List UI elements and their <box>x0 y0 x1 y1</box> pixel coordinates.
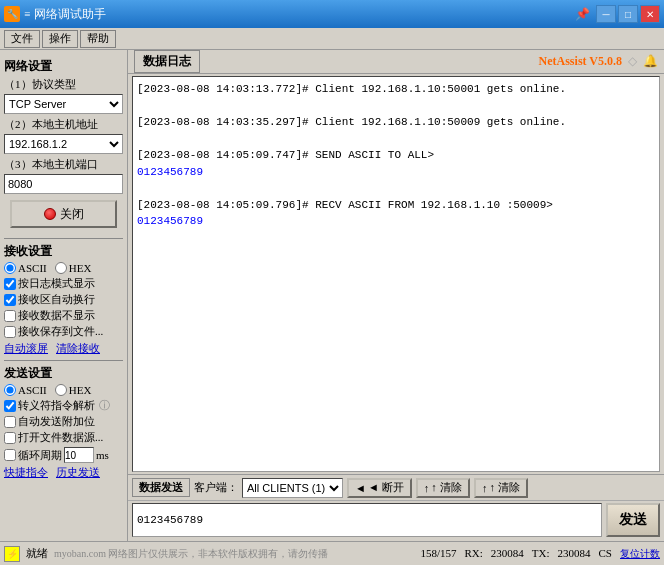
client-label: 客户端： <box>194 480 238 495</box>
toolbar-file-button[interactable]: 文件 <box>4 30 40 48</box>
rx-value: 230084 <box>491 547 524 561</box>
recv-save-check[interactable] <box>4 326 16 338</box>
toolbar-help-button[interactable]: 帮助 <box>80 30 116 48</box>
recv-hex-label[interactable]: HEX <box>55 262 92 274</box>
send-hex-label[interactable]: HEX <box>55 384 92 396</box>
protocol-label: （1）协议类型 <box>4 77 123 92</box>
send-input[interactable] <box>132 503 602 537</box>
clear-button[interactable]: ↑ ↑ 清除 <box>416 478 470 498</box>
title-bar-controls: 📌 ─ □ ✕ <box>575 5 660 23</box>
log-area[interactable]: [2023-08-08 14:03:13.772]# Client 192.16… <box>132 76 660 472</box>
disconnect-button[interactable]: ◄ ◄ 断开 <box>347 478 412 498</box>
recv-auto-check[interactable] <box>4 294 16 306</box>
clear-up-icon: ↑ <box>424 482 430 494</box>
log-entry-2: [2023-08-08 14:05:09.747]# SEND ASCII TO… <box>137 147 655 164</box>
status-info: 158/157 RX: 230084 TX: 230084 CS 复位计数 <box>420 547 660 561</box>
send-open-file-check[interactable] <box>4 432 16 444</box>
recv-save-label[interactable]: 接收保存到文件... <box>4 324 123 339</box>
client-select[interactable]: All CLIENTS (1) <box>242 478 343 498</box>
send-ascii-radio[interactable] <box>4 384 16 396</box>
cycle-row: 循环周期 ms <box>4 447 123 463</box>
recv-log-check[interactable] <box>4 278 16 290</box>
send-area: 数据发送 客户端： All CLIENTS (1) ◄ ◄ 断开 ↑ ↑ 清除 … <box>128 474 664 541</box>
version-label: NetAssist V5.0.8 <box>539 54 622 69</box>
title-bar: 🔧 ≡ 网络调试助手 📌 ─ □ ✕ <box>0 0 664 28</box>
close-btn-label: 关闭 <box>60 206 84 223</box>
port-label: （3）本地主机端口 <box>4 157 123 172</box>
send-auto-crlf-label[interactable]: 自动发送附加位 <box>4 414 123 429</box>
recv-log-label[interactable]: 按日志模式显示 <box>4 276 123 291</box>
toolbar: 文件 操作 帮助 <box>0 28 664 50</box>
send-section-title: 发送设置 <box>4 365 123 382</box>
send-hex-radio[interactable] <box>55 384 67 396</box>
red-dot-icon <box>44 208 56 220</box>
log-entry-4: [2023-08-08 14:05:09.796]# RECV ASCII FR… <box>137 197 655 214</box>
pin-icon: 📌 <box>575 7 590 22</box>
log-tab[interactable]: 数据日志 <box>134 50 200 73</box>
diamond-icon: ◇ <box>628 54 637 69</box>
recv-no-display-check[interactable] <box>4 310 16 322</box>
reset-count-link[interactable]: 复位计数 <box>620 547 660 561</box>
bell-icon: 🔔 <box>643 54 658 69</box>
history-link[interactable]: 历史发送 <box>56 465 100 480</box>
title-bar-title: 网络调试助手 <box>34 6 106 23</box>
status-bar: ⚡ 就绪 myoban.com 网络图片仅供展示，非本软件版权拥有，请勿传播 1… <box>0 541 664 565</box>
toolbar-operate-button[interactable]: 操作 <box>42 30 78 48</box>
recv-ascii-label[interactable]: ASCII <box>4 262 47 274</box>
send-button[interactable]: 发送 <box>606 503 660 537</box>
left-panel: 网络设置 （1）协议类型 TCP Server （2）本地主机地址 192.16… <box>0 50 128 541</box>
recv-ascii-radio[interactable] <box>4 262 16 274</box>
disconnect-icon: ◄ <box>355 482 366 494</box>
auto-scroll-link[interactable]: 自动滚屏 <box>4 341 48 356</box>
recv-format-group: ASCII HEX <box>4 262 123 274</box>
recv-hex-radio[interactable] <box>55 262 67 274</box>
send-input-row: 发送 <box>128 501 664 541</box>
send-escape-label[interactable]: 转义符指令解析 ⓘ <box>4 398 123 413</box>
host-select[interactable]: 192.168.1.2 <box>4 134 123 154</box>
info-icon: ⓘ <box>99 398 110 413</box>
cycle-input[interactable] <box>64 447 94 463</box>
status-icon: ⚡ <box>4 546 20 562</box>
status-text: 就绪 <box>26 546 48 561</box>
tx-value: 230084 <box>558 547 591 561</box>
port-input[interactable] <box>4 174 123 194</box>
data-send-tab[interactable]: 数据发送 <box>132 478 190 497</box>
host-label: （2）本地主机地址 <box>4 117 123 132</box>
maximize-button[interactable]: □ <box>618 5 638 23</box>
title-bar-menu: ≡ <box>24 8 30 20</box>
send-auto-crlf-check[interactable] <box>4 416 16 428</box>
network-section-title: 网络设置 <box>4 58 123 75</box>
clear-recv-link[interactable]: 清除接收 <box>56 341 100 356</box>
rx-label: RX: <box>464 547 482 561</box>
send-links: 快捷指令 历史发送 <box>4 465 123 480</box>
app-icon: 🔧 <box>4 6 20 22</box>
tx-label: TX: <box>532 547 550 561</box>
close-button[interactable]: ✕ <box>640 5 660 23</box>
main-container: 网络设置 （1）协议类型 TCP Server （2）本地主机地址 192.16… <box>0 50 664 541</box>
cs-label: CS <box>599 547 612 561</box>
title-bar-left: 🔧 ≡ 网络调试助手 <box>4 6 106 23</box>
send-format-group: ASCII HEX <box>4 384 123 396</box>
recv-no-display-label[interactable]: 接收数据不显示 <box>4 308 123 323</box>
log-entry-0: [2023-08-08 14:03:13.772]# Client 192.16… <box>137 81 655 98</box>
shortcut-link[interactable]: 快捷指令 <box>4 465 48 480</box>
cycle-check[interactable] <box>4 449 16 461</box>
protocol-select[interactable]: TCP Server <box>4 94 123 114</box>
log-entry-2-value: 0123456789 <box>137 164 655 181</box>
send-toolbar: 数据发送 客户端： All CLIENTS (1) ◄ ◄ 断开 ↑ ↑ 清除 … <box>128 475 664 501</box>
watermark-text: myoban.com 网络图片仅供展示，非本软件版权拥有，请勿传播 <box>54 547 328 561</box>
send-escape-check[interactable] <box>4 400 16 412</box>
recv-section-title: 接收设置 <box>4 243 123 260</box>
clear2-up-icon: ↑ <box>482 482 488 494</box>
page-info: 158/157 <box>420 547 456 561</box>
recv-links: 自动滚屏 清除接收 <box>4 341 123 356</box>
right-panel: 数据日志 NetAssist V5.0.8 ◇ 🔔 [2023-08-08 14… <box>128 50 664 541</box>
log-header: 数据日志 NetAssist V5.0.8 ◇ 🔔 <box>128 50 664 74</box>
send-ascii-label[interactable]: ASCII <box>4 384 47 396</box>
send-open-file-label[interactable]: 打开文件数据源... <box>4 430 123 445</box>
recv-auto-label[interactable]: 接收区自动换行 <box>4 292 123 307</box>
close-button-red[interactable]: 关闭 <box>10 200 117 228</box>
clear2-button[interactable]: ↑ ↑ 清除 <box>474 478 528 498</box>
minimize-button[interactable]: ─ <box>596 5 616 23</box>
log-entry-4-value: 0123456789 <box>137 213 655 230</box>
